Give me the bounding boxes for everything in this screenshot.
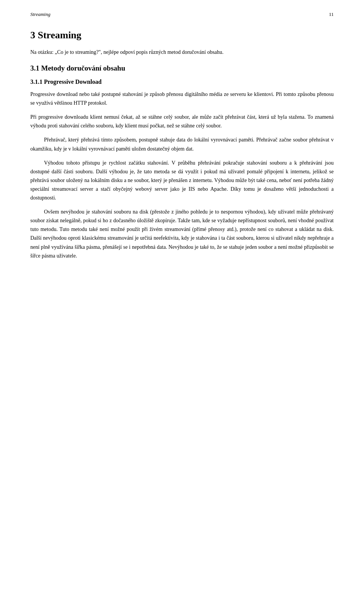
page-container: Streaming 11 3 Streaming Na otázku: „Co …	[0, 0, 364, 603]
header-page-number: 11	[329, 11, 334, 17]
chapter-title-text: Streaming	[38, 30, 82, 41]
subsection-3-1-1-label: Progressive Download	[44, 79, 102, 85]
section-3-1-number: 3.1	[30, 64, 39, 72]
subsection-3-1-1-number: 3.1.1	[30, 79, 42, 85]
paragraph-2: Při progressive downloadu klient nemusí …	[30, 113, 334, 130]
paragraph-4: Výhodou tohoto přístupu je rychlost začá…	[30, 159, 334, 202]
paragraph-3: Přehrávač, který přehrává tímto způsobem…	[30, 135, 334, 153]
chapter-title: 3 Streaming	[30, 30, 334, 41]
subsection-3-1-1-title: 3.1.1 Progressive Download	[30, 79, 334, 85]
paragraph-1: Progressive download nebo také postupné …	[30, 90, 334, 107]
header-title: Streaming	[30, 11, 50, 17]
paragraph-5: Ovšem nevýhodou je stahování souboru na …	[30, 207, 334, 260]
chapter-number: 3	[30, 30, 35, 41]
intro-paragraph: Na otázku: „Co je to streaming?", nejlép…	[30, 48, 334, 57]
page-header: Streaming 11	[30, 11, 334, 17]
section-3-1-label: Metody doručování obsahu	[41, 64, 126, 72]
section-3-1-title: 3.1 Metody doručování obsahu	[30, 64, 334, 72]
